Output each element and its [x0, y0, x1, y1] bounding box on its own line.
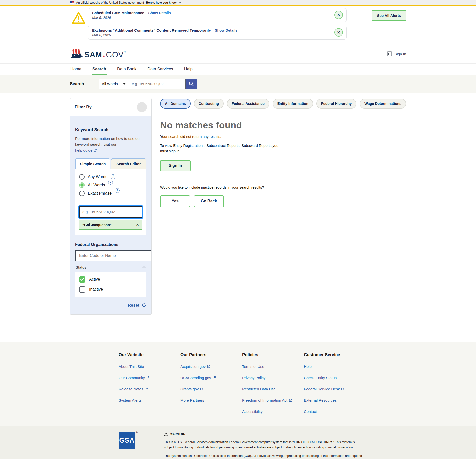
keyword-search-input[interactable]: [79, 206, 142, 218]
see-all-alerts-button[interactable]: See All Alerts: [372, 10, 406, 21]
tab-simple-search[interactable]: Simple Search: [75, 158, 110, 169]
keyword-chip-label: "Gai Jacqueson": [82, 223, 112, 227]
checkbox-inactive-label: Inactive: [89, 287, 103, 292]
domain-filter-pills: All Domains Contracting Federal Assistan…: [160, 99, 406, 109]
help-guide-link[interactable]: help guide: [75, 148, 92, 152]
yes-button[interactable]: Yes: [160, 195, 190, 207]
alert-title: Scheduled SAM Maintenance: [92, 11, 144, 15]
footer-link-privacy-policy[interactable]: Privacy Policy: [242, 376, 304, 380]
info-icon[interactable]: i: [111, 174, 115, 179]
search-submit-button[interactable]: [186, 79, 197, 89]
samgov-logo[interactable]: SAM★GOV®: [70, 48, 126, 59]
external-link-icon: [213, 376, 216, 379]
how-you-know-link[interactable]: Here’s how you know: [146, 1, 176, 4]
keyword-tabs: Simple Search Search Editor: [75, 158, 146, 169]
filter-panel-title: Filter By: [75, 105, 92, 110]
info-icon[interactable]: i: [108, 180, 113, 185]
gov-banner: An official website of the United States…: [0, 0, 476, 5]
pill-federal-assistance[interactable]: Federal Assistance: [227, 99, 269, 109]
nav-item-help[interactable]: Help: [184, 64, 193, 75]
footer-heading: Policies: [242, 352, 304, 357]
gsa-logo: GSA ®: [119, 432, 135, 449]
federal-orgs-combobox[interactable]: Enter Code or Name: [75, 250, 152, 261]
footer-link-help[interactable]: Help: [304, 364, 366, 369]
pill-federal-hierarchy[interactable]: Federal Hierarchy: [316, 99, 357, 109]
footer-col-our-partners: Our Partners Acquisition.gov USASpending…: [180, 352, 242, 414]
warning-paragraph-1: This is a U.S. General Services Administ…: [164, 440, 363, 450]
global-search-input[interactable]: [129, 79, 186, 89]
pill-contracting[interactable]: Contracting: [194, 99, 224, 109]
footer-link-restricted-data-use[interactable]: Restricted Data Use: [242, 387, 304, 391]
logo-wordmark: SAM★GOV®: [84, 50, 126, 59]
us-flag-icon: [70, 1, 74, 4]
radio-exact-phrase[interactable]: [79, 191, 85, 196]
simple-search-content: Any Words i All Words i Exact Phrase i: [75, 169, 146, 235]
footer-links-section: Our Website About This Site Our Communit…: [0, 342, 476, 426]
footer-link-grants-gov[interactable]: Grants.gov: [180, 387, 242, 391]
nav-item-search[interactable]: Search: [92, 64, 107, 75]
filter-collapse-button[interactable]: [137, 102, 147, 112]
footer-link-system-alerts[interactable]: System Alerts: [119, 398, 180, 402]
alert-warning-icon: [71, 11, 86, 25]
sign-in-button[interactable]: Sign In: [160, 160, 191, 171]
warning-heading: WARNING: [170, 432, 185, 436]
nav-item-home[interactable]: Home: [70, 64, 82, 75]
footer-link-external-resources[interactable]: External Resources: [304, 398, 366, 402]
sign-in-icon: [387, 51, 392, 56]
alerts-section: Scheduled SAM Maintenance Show Details M…: [0, 6, 476, 43]
nav-item-data-services[interactable]: Data Services: [147, 64, 174, 75]
alert-date: Mar 6, 2026: [92, 33, 331, 37]
footer-link-usaspending-gov[interactable]: USASpending.gov: [180, 376, 242, 380]
alert-show-details-link[interactable]: Show Details: [148, 11, 171, 15]
results-area: All Domains Contracting Federal Assistan…: [160, 98, 406, 207]
footer-link-terms-of-use[interactable]: Terms of Use: [242, 364, 304, 369]
search-icon: [189, 81, 194, 86]
go-back-button[interactable]: Go Back: [194, 195, 224, 207]
info-icon[interactable]: i: [115, 188, 120, 193]
footer-link-release-notes[interactable]: Release Notes: [119, 387, 180, 391]
radio-any-words[interactable]: [79, 174, 85, 180]
tab-search-editor[interactable]: Search Editor: [111, 158, 146, 169]
pill-entity-information[interactable]: Entity Information: [273, 99, 313, 109]
footer-link-about-this-site[interactable]: About This Site: [119, 364, 180, 369]
warning-triangle-icon: [164, 432, 168, 436]
footer-link-foia[interactable]: Freedom of Information Act: [242, 398, 304, 402]
sign-in-label: Sign In: [394, 52, 406, 56]
footer-link-federal-service-desk[interactable]: Federal Service Desk: [304, 387, 366, 391]
footer-link-our-community[interactable]: Our Community: [119, 376, 180, 380]
header-sign-in-link[interactable]: Sign In: [387, 51, 406, 56]
alert-show-details-link[interactable]: Show Details: [215, 28, 237, 32]
no-matches-title: No matches found: [160, 120, 406, 131]
reset-refresh-icon[interactable]: [142, 303, 146, 308]
external-link-icon: [93, 148, 97, 152]
search-mode-select[interactable]: All Words: [99, 79, 129, 89]
radio-selected-dot: [80, 183, 84, 187]
site-header: SAM★GOV® Sign In: [0, 43, 476, 63]
chip-remove-icon[interactable]: ✕: [136, 223, 139, 227]
footer-link-accessibility[interactable]: Accessibility: [242, 409, 304, 414]
keyword-help-text: For more information on how to use our k…: [75, 136, 141, 146]
radio-any-words-label: Any Words: [88, 175, 107, 179]
footer-link-check-entity-status[interactable]: Check Entity Status: [304, 376, 366, 380]
footer-link-contact[interactable]: Contact: [304, 409, 366, 414]
alert-card-exclusions: Exclusions “Additional Comments” Content…: [88, 26, 347, 40]
main-content: Filter By Keyword Search For more inform…: [0, 93, 476, 342]
nav-item-data-bank[interactable]: Data Bank: [117, 64, 137, 75]
pill-wage-determinations[interactable]: Wage Determinations: [360, 99, 406, 109]
federal-orgs-placeholder: Enter Code or Name: [79, 253, 116, 258]
radio-all-words[interactable]: [79, 182, 85, 188]
warning-paragraph-2: This system contains Controlled Unclassi…: [164, 453, 363, 459]
alert-close-icon[interactable]: ✕: [334, 28, 343, 37]
footer-col-customer-service: Customer Service Help Check Entity Statu…: [304, 352, 366, 414]
radio-exact-phrase-label: Exact Phrase: [88, 191, 112, 196]
checkbox-active[interactable]: [79, 276, 85, 283]
footer-link-more-partners[interactable]: More Partners: [180, 398, 242, 402]
status-section-toggle[interactable]: Status: [75, 265, 146, 269]
footer-link-acquisition-gov[interactable]: Acquisition.gov: [180, 364, 242, 369]
footer-heading: Our Website: [119, 352, 180, 357]
pill-all-domains[interactable]: All Domains: [160, 99, 191, 109]
alert-close-icon[interactable]: ✕: [334, 11, 343, 19]
keyword-search-heading: Keyword Search: [75, 127, 146, 132]
checkbox-inactive[interactable]: [79, 286, 85, 293]
reset-filters-link[interactable]: Reset: [128, 303, 139, 308]
